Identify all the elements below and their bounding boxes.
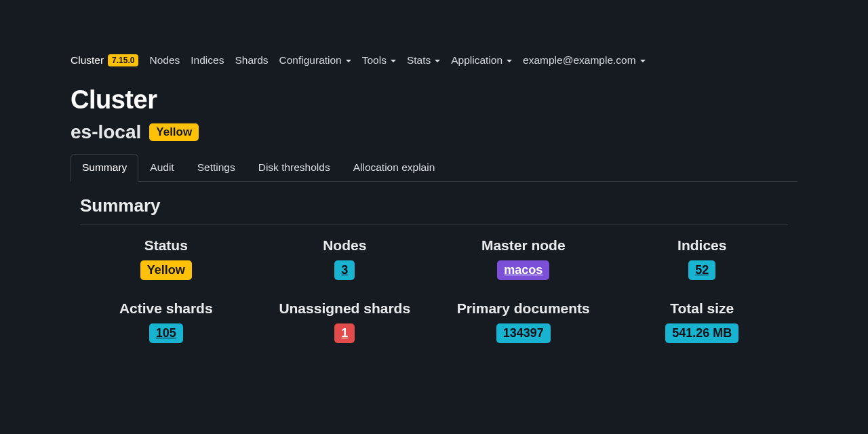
- stat-label: Active shards: [80, 300, 252, 317]
- nav-nodes[interactable]: Nodes: [149, 54, 180, 66]
- nav-tools[interactable]: Tools: [362, 54, 396, 66]
- stat-primary-documents: Primary documents 134397: [437, 300, 610, 343]
- tab-summary[interactable]: Summary: [71, 154, 138, 182]
- nav-stats[interactable]: Stats: [407, 54, 440, 66]
- stat-label: Nodes: [259, 237, 431, 254]
- cluster-header: es-local Yellow: [71, 121, 797, 143]
- stat-value-badge[interactable]: 1: [334, 323, 355, 343]
- stat-total-size: Total size 541.26 MB: [616, 300, 789, 343]
- stat-label: Status: [80, 237, 252, 254]
- stat-value-badge[interactable]: 52: [688, 260, 715, 280]
- nav-configuration[interactable]: Configuration: [279, 54, 351, 66]
- cluster-status-badge: Yellow: [149, 123, 199, 141]
- nav-indices[interactable]: Indices: [191, 54, 224, 66]
- stat-label: Indices: [616, 237, 789, 254]
- stat-master-node: Master node macos: [437, 237, 610, 280]
- stat-value-badge[interactable]: macos: [497, 260, 549, 280]
- stat-unassigned-shards: Unassigned shards 1: [259, 300, 431, 343]
- stat-label: Unassigned shards: [259, 300, 431, 317]
- summary-grid: Status Yellow Nodes 3 Master node macos …: [80, 237, 788, 343]
- tab-disk-thresholds[interactable]: Disk thresholds: [247, 154, 342, 182]
- page-title: Cluster: [71, 85, 797, 115]
- version-badge: 7.15.0: [108, 54, 138, 66]
- nav-brand[interactable]: Cluster 7.15.0: [71, 54, 138, 66]
- tabs: Summary Audit Settings Disk thresholds A…: [71, 154, 797, 182]
- top-nav: Cluster 7.15.0 Nodes Indices Shards Conf…: [71, 54, 797, 66]
- stat-indices: Indices 52: [616, 237, 789, 280]
- nav-user-menu[interactable]: example@example.com: [523, 54, 646, 66]
- tab-allocation-explain[interactable]: Allocation explain: [342, 154, 447, 182]
- stat-nodes: Nodes 3: [259, 237, 431, 280]
- stat-label: Master node: [437, 237, 610, 254]
- summary-panel-title: Summary: [80, 195, 788, 225]
- stat-value-badge[interactable]: 105: [149, 323, 183, 343]
- stat-status: Status Yellow: [80, 237, 252, 280]
- nav-shards[interactable]: Shards: [235, 54, 268, 66]
- stat-active-shards: Active shards 105: [80, 300, 252, 343]
- stat-label: Total size: [616, 300, 789, 317]
- nav-application[interactable]: Application: [451, 54, 512, 66]
- tab-settings[interactable]: Settings: [186, 154, 247, 182]
- stat-value-badge: 134397: [496, 323, 551, 343]
- cluster-name: es-local: [71, 121, 141, 143]
- stat-value-badge[interactable]: 3: [334, 260, 355, 280]
- summary-panel: Summary Status Yellow Nodes 3 Master nod…: [71, 182, 797, 373]
- stat-value-badge: Yellow: [140, 260, 192, 280]
- nav-brand-label: Cluster: [71, 54, 104, 66]
- stat-value-badge: 541.26 MB: [665, 323, 738, 343]
- tab-audit[interactable]: Audit: [138, 154, 185, 182]
- stat-label: Primary documents: [437, 300, 610, 317]
